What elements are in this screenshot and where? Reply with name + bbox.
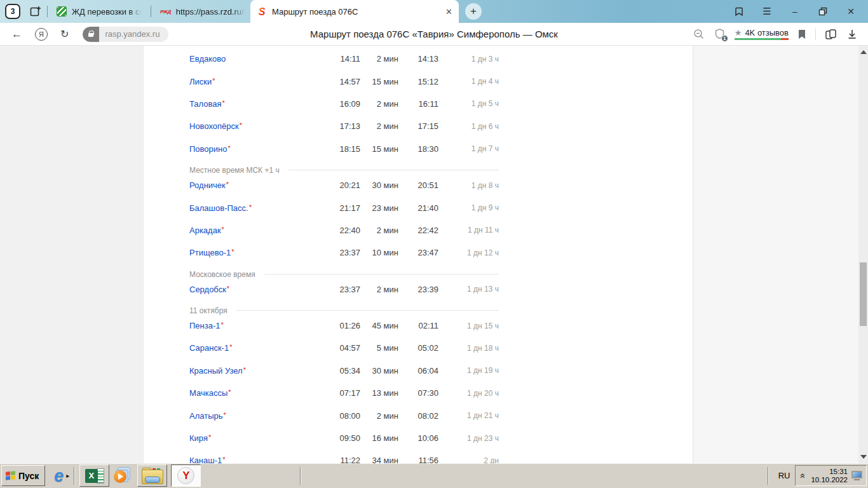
- reviews-count: 4K отзывов: [745, 28, 789, 37]
- download-icon[interactable]: [846, 29, 858, 40]
- departure-time: 11:56: [398, 456, 438, 463]
- tray-collapse-icon[interactable]: «: [798, 472, 808, 480]
- stop-duration: 5 мин: [360, 343, 398, 353]
- tab-overview-button[interactable]: 3: [5, 4, 20, 19]
- station-row: Сердобск*23:372 мин23:391 дн 13 ч: [189, 278, 499, 301]
- tab-close-icon[interactable]: ✕: [445, 7, 452, 17]
- tray-date: 10.10.2022: [811, 476, 848, 484]
- taskbar-button-media-player[interactable]: [113, 467, 132, 485]
- language-indicator[interactable]: RU: [778, 471, 790, 480]
- page-scrollbar[interactable]: [858, 46, 868, 463]
- lock-icon: [88, 33, 93, 37]
- station-link[interactable]: Киря*: [189, 433, 322, 443]
- station-link[interactable]: Сердобск*: [189, 285, 322, 294]
- departure-time: 22:42: [398, 226, 438, 235]
- taskbar-separator: [74, 467, 75, 485]
- tab-zhd-perevozki[interactable]: ЖД перевозки в сообщен: [51, 0, 147, 23]
- site-reviews-button[interactable]: ★ 4K отзывов: [735, 28, 789, 40]
- folder-icon: [142, 468, 163, 484]
- station-link[interactable]: Красный Узел*: [189, 366, 322, 376]
- station-link[interactable]: Алатырь*: [189, 411, 322, 421]
- yandex-browser-icon: Y: [177, 467, 194, 484]
- side-panel-icon[interactable]: [733, 6, 745, 17]
- arrival-time: 09:50: [322, 433, 360, 443]
- station-note-asterisk: *: [240, 121, 242, 129]
- departure-time: 05:02: [398, 343, 438, 353]
- collections-icon[interactable]: [825, 29, 837, 40]
- total-travel-time: 1 дн 19 ч: [438, 366, 499, 375]
- station-link[interactable]: Новохопёрск*: [189, 121, 322, 131]
- station-link[interactable]: Поворино*: [189, 144, 322, 154]
- departure-time: 06:04: [398, 366, 438, 376]
- stop-duration: 34 мин: [360, 456, 398, 463]
- arrival-time: 04:57: [322, 343, 360, 353]
- departure-time: 23:47: [398, 248, 438, 257]
- station-note-asterisk: *: [227, 285, 229, 292]
- protect-icon[interactable]: 1: [714, 28, 726, 40]
- station-row: Евдаково14:112 мин14:131 дн 3 ч: [189, 48, 499, 70]
- station-link[interactable]: Канаш-1*: [189, 456, 322, 463]
- station-row: Родничек*20:2130 мин20:511 дн 8 ч: [189, 174, 499, 196]
- total-travel-time: 1 дн 9 ч: [438, 203, 499, 212]
- restore-icon[interactable]: [817, 6, 829, 17]
- tray-time: 15:31: [811, 468, 848, 476]
- taskbar-button-yandex-browser[interactable]: Y: [171, 464, 201, 487]
- display-tray-icon[interactable]: [851, 471, 862, 480]
- departure-time: 16:11: [398, 99, 438, 109]
- station-row: Таловая*16:092 мин16:111 дн 5 ч: [189, 93, 499, 115]
- arrival-time: 14:11: [322, 54, 360, 64]
- arrival-time: 16:09: [322, 99, 360, 109]
- rating-bar: [735, 38, 789, 40]
- taskbar-button-excel[interactable]: X: [79, 464, 109, 487]
- quicklaunch-overflow-icon[interactable]: ▸: [66, 472, 69, 479]
- close-icon[interactable]: ✕: [845, 6, 857, 17]
- yandex-home-button[interactable]: Я: [35, 28, 48, 41]
- station-link[interactable]: Ртищево-1*: [189, 248, 322, 257]
- taskbar-button-explorer[interactable]: [137, 464, 167, 487]
- zoom-out-icon[interactable]: [693, 29, 705, 40]
- secure-lock-badge[interactable]: [83, 27, 99, 42]
- scroll-up-icon[interactable]: [860, 50, 867, 54]
- departure-time: 20:51: [398, 180, 438, 190]
- station-link[interactable]: Лиски*: [189, 77, 322, 86]
- tab-rzd[interactable]: РЖД https://pass.rzd.ru/tablo/p: [155, 0, 250, 23]
- bookmark-icon[interactable]: [797, 29, 806, 39]
- taskbar-separator: [300, 467, 301, 485]
- station-link[interactable]: Мачкассы*: [189, 388, 322, 398]
- station-note-asterisk: *: [208, 433, 211, 441]
- new-tab-button[interactable]: +: [465, 3, 482, 20]
- arrival-time: 11:22: [322, 456, 360, 463]
- station-link[interactable]: Родничек*: [189, 180, 322, 190]
- arrival-time: 01:26: [322, 321, 360, 330]
- station-link[interactable]: Балашов-Пасс.*: [189, 203, 322, 213]
- station-row: Мачкассы*07:1713 мин07:301 дн 20 ч: [189, 382, 499, 404]
- scroll-down-icon[interactable]: [860, 455, 867, 459]
- tab-route-active[interactable]: S Маршрут поезда 076С ✕: [250, 0, 459, 23]
- start-button[interactable]: Пуск: [1, 465, 45, 486]
- station-row: Балашов-Пасс.*21:1723 мин21:401 дн 9 ч: [189, 196, 499, 219]
- reload-icon[interactable]: ↻: [60, 28, 69, 40]
- total-travel-time: 1 дн 12 ч: [438, 248, 499, 257]
- station-note-asterisk: *: [227, 144, 230, 152]
- back-icon[interactable]: ←: [11, 28, 22, 41]
- station-link[interactable]: Евдаково: [189, 54, 322, 64]
- stop-duration: 2 мин: [360, 99, 398, 109]
- station-link[interactable]: Таловая*: [189, 99, 322, 109]
- arrival-time: 20:21: [322, 180, 360, 190]
- scrollbar-thumb[interactable]: [860, 262, 867, 326]
- station-row: Красный Узел*05:3430 мин06:041 дн 19 ч: [189, 360, 499, 382]
- menu-icon[interactable]: ☰: [761, 6, 773, 17]
- url-field[interactable]: rasp.yandex.ru: [83, 27, 168, 42]
- station-link[interactable]: Аркадак*: [189, 226, 322, 235]
- station-link[interactable]: Пенза-1*: [189, 321, 322, 330]
- internet-explorer-icon[interactable]: e: [54, 466, 64, 485]
- clock[interactable]: 15:31 10.10.2022: [811, 468, 848, 484]
- total-travel-time: 1 дн 8 ч: [438, 181, 499, 190]
- station-note-asterisk: *: [249, 203, 252, 211]
- arrival-time: 07:17: [322, 388, 360, 398]
- stop-duration: 2 мин: [360, 121, 398, 131]
- minimize-icon[interactable]: –: [789, 6, 801, 17]
- station-link[interactable]: Саранск-1*: [189, 343, 322, 353]
- new-window-icon[interactable]: [28, 4, 43, 19]
- departure-time: 08:02: [398, 411, 438, 421]
